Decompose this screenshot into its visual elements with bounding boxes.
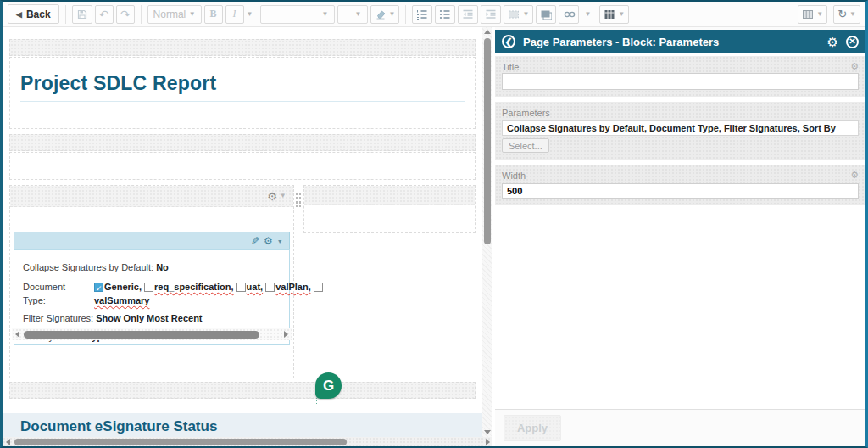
- edit-pencil-icon[interactable]: ✎: [251, 236, 259, 246]
- redo-icon: ↷: [120, 8, 131, 21]
- width-field-label: Width: [502, 171, 526, 181]
- scrollbar-thumb[interactable]: [24, 331, 259, 339]
- chevron-down-icon: ▼: [322, 11, 329, 18]
- insert-image-button[interactable]: [536, 5, 556, 24]
- scroll-left-icon[interactable]: [12, 329, 22, 339]
- esignature-heading: Document eSignature Status: [20, 418, 217, 435]
- empty-block[interactable]: [9, 39, 476, 56]
- block-header: ⚙ ▼: [10, 186, 293, 207]
- scroll-left-icon[interactable]: [3, 437, 13, 447]
- title-input[interactable]: [502, 73, 859, 90]
- document-vertical-scrollbar[interactable]: [482, 27, 492, 437]
- document-content[interactable]: Project SDLC Report ⚙ ▼: [3, 27, 482, 437]
- empty-block[interactable]: [9, 152, 476, 180]
- gear-icon[interactable]: ⚙: [850, 62, 859, 71]
- save-icon: [76, 8, 88, 20]
- width-section: Width ⚙: [495, 165, 865, 205]
- insert-link-button[interactable]: [559, 5, 579, 24]
- close-icon[interactable]: ✕: [846, 36, 859, 48]
- scroll-right-icon[interactable]: [281, 329, 292, 339]
- scrollbar-track[interactable]: [22, 329, 281, 339]
- parameters-value-field[interactable]: Collapse Signatures by Default, Document…: [502, 120, 859, 136]
- gear-icon[interactable]: ⚙: [264, 236, 273, 246]
- undo-button[interactable]: ↶: [95, 5, 114, 24]
- gear-icon[interactable]: ⚙: [267, 191, 277, 202]
- font-size-select[interactable]: ▼: [337, 5, 368, 24]
- checkbox-valsummary[interactable]: [314, 283, 323, 292]
- doc-type-line-1: Generic, req_specification, uat, valPlan…: [94, 280, 324, 294]
- collapse-signatures-value: No: [156, 262, 169, 272]
- ordered-list-button[interactable]: [412, 5, 432, 24]
- redo-button[interactable]: ↷: [116, 5, 135, 24]
- scroll-right-icon[interactable]: [482, 437, 492, 447]
- link-icon: [563, 8, 575, 20]
- collapse-signatures-row: Collapse Signatures by Default: No: [23, 261, 281, 274]
- panel-header: ❮ Page Parameters - Block: Parameters ⚙ …: [495, 30, 865, 53]
- outdent-button[interactable]: [458, 5, 478, 24]
- chevron-down-icon: ▼: [355, 11, 362, 18]
- chevron-down-icon[interactable]: ▼: [280, 193, 287, 199]
- gear-icon[interactable]: ⚙: [850, 171, 859, 180]
- indent-button[interactable]: [481, 5, 501, 24]
- widget-horizontal-scrollbar[interactable]: [12, 328, 292, 340]
- filter-signatures-row: Filter Signatures: Show Only Most Recent: [23, 312, 281, 325]
- editor-toolbar: ◀ Back ↶ ↷ Normal ▼ B I ▼ ▼ ▼: [3, 2, 865, 27]
- empty-block[interactable]: [9, 382, 476, 399]
- paragraph-style-select[interactable]: Normal ▼: [147, 5, 202, 24]
- parameters-widget-header: ✎ ⚙ ▼: [14, 232, 290, 249]
- toolbar-separator: [405, 5, 406, 24]
- parameters-field-label: Parameters: [502, 108, 550, 118]
- save-button[interactable]: [72, 5, 92, 24]
- panel-back-icon[interactable]: ❮: [502, 35, 515, 48]
- width-input[interactable]: [502, 183, 859, 199]
- unordered-list-button[interactable]: [435, 5, 455, 24]
- document-horizontal-scrollbar[interactable]: [3, 437, 492, 446]
- insert-table-button[interactable]: ▼: [599, 5, 629, 24]
- undo-icon: ↶: [99, 8, 109, 21]
- empty-column-block[interactable]: [303, 185, 476, 233]
- scroll-down-icon[interactable]: [484, 430, 491, 434]
- panel-title: Page Parameters - Block: Parameters: [523, 36, 820, 48]
- title-section: Title ⚙: [495, 56, 865, 97]
- layout-columns-button[interactable]: ▼: [798, 5, 827, 24]
- grammarly-g-letter: G: [323, 378, 334, 395]
- chevron-down-icon: ▼: [849, 11, 856, 18]
- back-button[interactable]: ◀ Back: [8, 4, 59, 24]
- filter-signatures-value: Show Only Most Recent: [96, 313, 202, 323]
- gear-icon[interactable]: ⚙: [827, 36, 838, 48]
- empty-block[interactable]: [9, 134, 476, 151]
- unordered-list-icon: [439, 8, 451, 20]
- parameters-column-block[interactable]: ⚙ ▼ ✎ ⚙ ▼: [9, 185, 294, 378]
- refresh-icon: ↻: [837, 8, 847, 20]
- paragraph-style-value: Normal: [153, 8, 186, 20]
- remove-format-button[interactable]: ▼: [370, 5, 400, 24]
- insert-block-button[interactable]: ▼: [504, 5, 533, 24]
- columns-icon: [802, 8, 814, 20]
- doc-type-option-label: valPlan,: [275, 280, 311, 294]
- toolbar-separator: [65, 5, 66, 24]
- apply-button[interactable]: Apply: [504, 415, 561, 441]
- select-parameters-button[interactable]: Select...: [502, 138, 549, 153]
- grammarly-badge[interactable]: G: [315, 372, 342, 399]
- chevron-down-icon: ▼: [618, 11, 625, 18]
- font-family-select[interactable]: ▼: [260, 5, 335, 24]
- scrollbar-track[interactable]: [13, 437, 482, 446]
- scrollbar-thumb[interactable]: [14, 439, 347, 445]
- checkbox-uat[interactable]: [236, 283, 246, 292]
- collapse-signatures-label: Collapse Signatures by Default:: [23, 262, 153, 272]
- bold-button[interactable]: B: [204, 5, 223, 24]
- column-drag-handle[interactable]: [295, 192, 302, 207]
- checkbox-valplan[interactable]: [265, 283, 275, 292]
- checkbox-req-specification[interactable]: [144, 283, 153, 292]
- title-block[interactable]: Project SDLC Report: [9, 57, 476, 129]
- scroll-up-icon[interactable]: [484, 30, 491, 34]
- app-window: ◀ Back ↶ ↷ Normal ▼ B I ▼ ▼ ▼: [0, 0, 868, 448]
- italic-button[interactable]: I: [225, 5, 244, 24]
- chevron-down-icon[interactable]: ▼: [277, 238, 283, 244]
- refresh-button[interactable]: ↻ ▼: [833, 5, 860, 24]
- scrollbar-thumb[interactable]: [484, 38, 491, 244]
- checkbox-generic[interactable]: [94, 283, 103, 292]
- back-arrow-icon: ◀: [16, 10, 22, 19]
- filter-signatures-label: Filter Signatures:: [23, 313, 93, 323]
- chevron-down-icon: ▼: [816, 11, 823, 18]
